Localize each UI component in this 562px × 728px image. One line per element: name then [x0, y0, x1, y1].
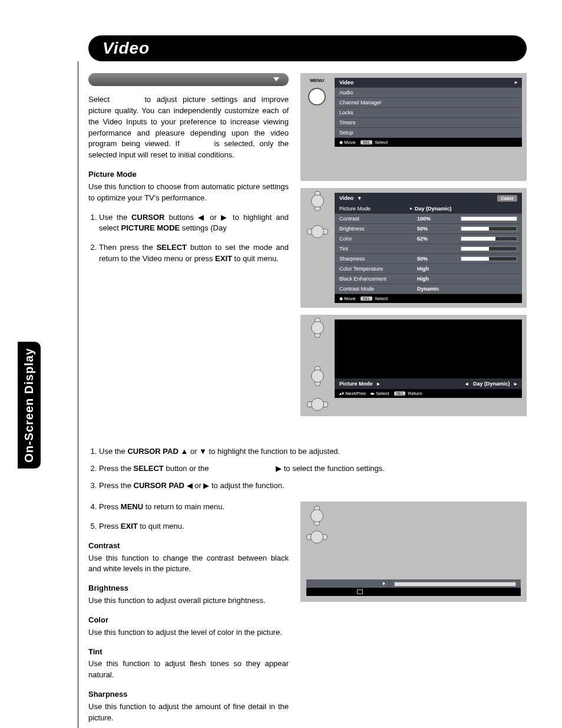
- dpad-vertical-icon: [307, 193, 327, 208]
- picture-mode-steps: Use the CURSOR buttons ◀ or ▶ to highlig…: [99, 212, 289, 265]
- leftright-icon: ◂▸: [340, 588, 345, 595]
- hint-bar: ◆ Move SEL Select: [335, 138, 522, 147]
- color-desc: Use this function to adjust the level of…: [88, 627, 289, 638]
- step: Use the CURSOR buttons ◀ or ▶ to highlig…: [99, 212, 289, 235]
- adjustment-steps-cont: Press MENU to return to main menu. Press…: [99, 502, 289, 532]
- menu-item-video[interactable]: Video▸: [335, 78, 522, 88]
- step: Press MENU to return to main menu.: [99, 502, 289, 513]
- menu-item-audio[interactable]: Audio: [335, 88, 522, 98]
- menu-item-black-enhancement[interactable]: Black EnhancementHigh: [335, 274, 522, 284]
- dpad-vertical-icon: [306, 508, 326, 523]
- subsection-pill: [88, 73, 289, 86]
- sharpness-heading: Sharpness: [88, 689, 289, 700]
- chevron-right-icon: [383, 582, 385, 585]
- menu-item-brightness[interactable]: Brightness50%: [335, 224, 522, 234]
- side-tab: On-Screen Display: [18, 342, 41, 469]
- menu-item-contrast-mode[interactable]: Contrast ModeDynamic: [335, 284, 522, 294]
- step: Press EXIT to quit menu.: [99, 521, 289, 532]
- menu-title-row: Video ▾ Cable: [335, 193, 522, 204]
- step: Then press the SELECT button to set the …: [99, 242, 289, 265]
- dpad-horizontal-icon: [307, 396, 327, 411]
- divider: [78, 61, 78, 728]
- source-badge: Cable: [497, 195, 517, 202]
- menu-item-picture-mode[interactable]: Picture Mode▸Day (Dynamic): [335, 204, 522, 214]
- menu-item-sharpness[interactable]: Sharpness50%: [335, 254, 522, 264]
- menu-label: MENU: [310, 78, 324, 83]
- picture-mode-bar[interactable]: Picture Mode ▸ ◂ Day (Dynamic) ▸: [335, 378, 522, 389]
- hint-bar: ▴▾ ◂▸: [306, 588, 521, 596]
- tint-heading: Tint: [88, 647, 289, 658]
- menu-item-tint[interactable]: Tint: [335, 244, 522, 254]
- step: Use the CURSOR PAD ▲ or ▼ to highlight t…: [99, 447, 527, 456]
- osd-video-menu: Video ▾ Cable Picture Mode▸Day (Dynamic)…: [300, 188, 527, 308]
- dpad-vertical-icon: [307, 319, 327, 335]
- menu-item-timers[interactable]: Timers: [335, 118, 522, 128]
- dpad-horizontal-icon: [306, 529, 326, 544]
- menu-item-channel-manager[interactable]: Channel Manager: [335, 98, 522, 108]
- brightness-desc: Use this function to adjust overall pict…: [88, 595, 289, 607]
- picture-mode-heading: Picture Mode: [88, 169, 289, 180]
- step: Press the CURSOR PAD ◀ or ▶ to adjust th…: [99, 481, 527, 490]
- contrast-desc: Use this function to change the contrast…: [88, 553, 289, 575]
- tint-desc: Use this function to adjust flesh tones …: [88, 658, 289, 681]
- color-heading: Color: [88, 615, 289, 626]
- chevron-left-icon: ◂: [465, 381, 468, 387]
- menu-item-color[interactable]: Color62%: [335, 234, 522, 244]
- chevron-down-icon: [273, 77, 279, 81]
- chevron-right-icon: ▸: [515, 80, 517, 85]
- contrast-heading: Contrast: [88, 541, 289, 552]
- key-icon: [357, 589, 363, 594]
- brightness-heading: Brightness: [88, 583, 289, 594]
- adjustment-steps: Use the CURSOR PAD ▲ or ▼ to highlight t…: [99, 447, 527, 490]
- chevron-right-icon: ▸: [377, 381, 380, 387]
- picture-mode-desc: Use this function to choose from automat…: [88, 182, 289, 204]
- sharpness-desc: Use this function to adjust the amount o…: [88, 701, 289, 724]
- menu-item-locks[interactable]: Locks: [335, 108, 522, 118]
- hint-bar: ◆ Move SEL Select: [335, 294, 522, 303]
- dpad-horizontal-icon: [307, 223, 327, 239]
- menu-button-icon: [308, 88, 326, 106]
- menu-item-color-temperature[interactable]: Color TemperatureHigh: [335, 264, 522, 274]
- menu-item-setup[interactable]: Setup: [335, 128, 522, 138]
- osd-picture-mode: Picture Mode ▸ ◂ Day (Dynamic) ▸ ▴▾ Next…: [300, 315, 527, 416]
- section-header: Video: [88, 35, 527, 61]
- hint-bar: ▴▾ Next/Prev ◂▸ Select SEL Return: [335, 389, 522, 398]
- slider-row[interactable]: [306, 579, 521, 588]
- slider-bar[interactable]: [394, 582, 516, 587]
- osd-slider-panel: ▴▾ ◂▸: [300, 502, 527, 602]
- section-title: Video: [103, 39, 513, 58]
- chevron-right-icon: ▸: [514, 381, 517, 387]
- dpad-vertical-icon: [307, 368, 327, 383]
- intro-paragraph: Select VIDEO to adjust picture settings …: [88, 94, 289, 161]
- chevron-down-icon: ▾: [358, 195, 361, 201]
- step: Press the SELECT button or the ▶ to sele…: [99, 464, 527, 473]
- osd-main-menu: MENU Video▸ Audio Channel Manager Locks …: [300, 73, 527, 181]
- menu-item-contrast[interactable]: Contrast100%: [335, 214, 522, 224]
- updown-icon: ▴▾: [324, 588, 329, 595]
